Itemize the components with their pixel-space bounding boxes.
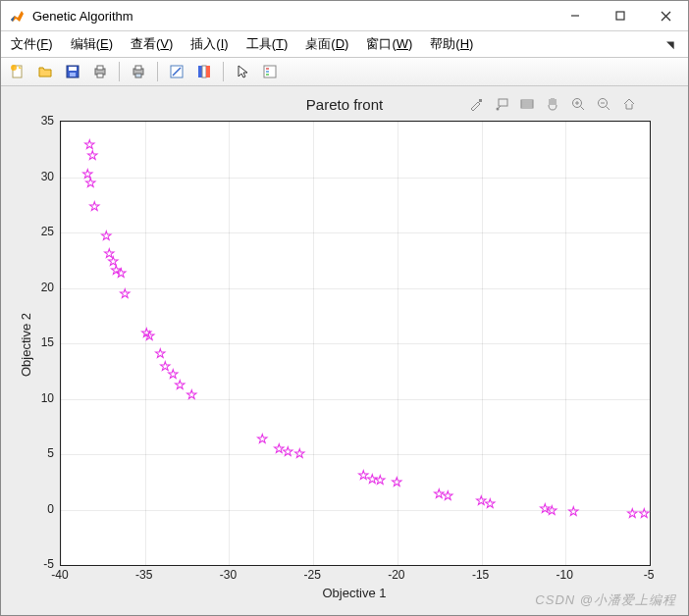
data-point: ☆ xyxy=(546,503,558,517)
window-title: Genetic Algorithm xyxy=(32,9,133,24)
axes-toolbar xyxy=(466,94,639,114)
watermark-text: CSDN @小潘爱上编程 xyxy=(535,591,676,609)
svg-rect-25 xyxy=(264,66,276,77)
new-file-icon[interactable] xyxy=(7,61,28,82)
brush-icon[interactable] xyxy=(466,94,486,114)
zoom-out-icon[interactable] xyxy=(594,94,613,114)
svg-marker-9 xyxy=(39,68,51,77)
x-tick-label: -25 xyxy=(303,568,320,582)
print-figure-icon[interactable] xyxy=(128,61,149,82)
svg-rect-23 xyxy=(206,66,210,77)
data-point: ☆ xyxy=(115,266,128,280)
data-point: ☆ xyxy=(86,148,99,162)
y-tick-label: 10 xyxy=(41,391,54,405)
datatip-icon[interactable] xyxy=(492,94,511,114)
data-point: ☆ xyxy=(88,199,101,213)
menu-edit[interactable]: 编辑(E) xyxy=(71,35,113,53)
maximize-button[interactable] xyxy=(598,1,643,30)
x-tick-label: -35 xyxy=(135,568,152,582)
svg-rect-3 xyxy=(616,12,624,20)
app-window: Genetic Algorithm 文件(F) 编辑(E) 查看(V) 插入(I… xyxy=(0,0,689,616)
y-tick-label: 35 xyxy=(41,114,54,128)
svg-line-38 xyxy=(581,107,585,111)
data-point: ☆ xyxy=(638,506,651,520)
data-point: ☆ xyxy=(84,176,97,189)
pan-constrained-icon[interactable] xyxy=(517,94,537,114)
link-icon[interactable] xyxy=(166,61,187,82)
matlab-icon xyxy=(9,8,25,24)
svg-rect-15 xyxy=(97,74,103,77)
data-point: ☆ xyxy=(100,229,113,242)
y-tick-label: 5 xyxy=(47,446,54,460)
svg-line-42 xyxy=(607,107,610,111)
svg-rect-22 xyxy=(202,66,206,77)
menu-view[interactable]: 查看(V) xyxy=(131,35,173,53)
y-tick-label: 30 xyxy=(41,170,54,183)
data-point: ☆ xyxy=(186,387,198,401)
menu-window[interactable]: 窗口(W) xyxy=(366,35,412,53)
data-point: ☆ xyxy=(374,473,387,487)
figure-toolbar xyxy=(1,57,688,86)
colorbar-icon[interactable] xyxy=(193,61,215,82)
menu-tools[interactable]: 工具(T) xyxy=(246,35,289,53)
menu-help[interactable]: 帮助(H) xyxy=(430,35,473,53)
y-tick-label: 20 xyxy=(41,281,54,294)
dock-controls-icon[interactable]: ◥ xyxy=(666,39,678,50)
y-tick-label: -5 xyxy=(43,557,54,571)
data-point: ☆ xyxy=(293,446,306,460)
svg-rect-14 xyxy=(97,66,103,70)
svg-rect-17 xyxy=(135,66,141,70)
x-axis-label: Objective 1 xyxy=(322,586,386,600)
minimize-button[interactable] xyxy=(553,1,598,30)
home-icon[interactable] xyxy=(619,94,639,114)
figure-canvas: Pareto front ☆☆☆☆☆☆☆☆☆☆☆☆☆☆☆☆☆☆☆☆☆☆☆☆☆☆☆… xyxy=(1,86,688,615)
svg-rect-21 xyxy=(198,66,202,77)
chart-axes[interactable]: ☆☆☆☆☆☆☆☆☆☆☆☆☆☆☆☆☆☆☆☆☆☆☆☆☆☆☆☆☆☆☆☆☆☆☆ xyxy=(60,121,651,566)
menu-insert[interactable]: 插入(I) xyxy=(190,35,228,53)
zoom-in-icon[interactable] xyxy=(568,94,588,114)
data-point: ☆ xyxy=(119,286,132,300)
svg-rect-29 xyxy=(479,99,482,102)
open-folder-icon[interactable] xyxy=(34,61,56,82)
x-tick-label: -10 xyxy=(556,568,573,582)
titlebar: Genetic Algorithm xyxy=(1,1,688,31)
svg-rect-18 xyxy=(135,74,141,77)
svg-point-8 xyxy=(11,65,17,71)
menu-desktop[interactable]: 桌面(D) xyxy=(305,35,348,53)
data-point: ☆ xyxy=(391,475,403,488)
svg-rect-11 xyxy=(69,67,77,71)
svg-rect-30 xyxy=(499,99,507,106)
pointer-icon[interactable] xyxy=(232,61,253,82)
y-axis-label: Objective 2 xyxy=(19,313,33,377)
x-tick-label: -5 xyxy=(644,568,655,582)
menu-file[interactable]: 文件(F) xyxy=(11,35,53,53)
data-point: ☆ xyxy=(567,504,580,518)
close-button[interactable] xyxy=(643,1,688,30)
x-tick-label: -15 xyxy=(472,568,489,582)
save-icon[interactable] xyxy=(62,61,83,82)
data-point: ☆ xyxy=(484,496,497,510)
svg-rect-12 xyxy=(70,73,76,77)
data-point: ☆ xyxy=(143,329,156,342)
data-point: ☆ xyxy=(256,432,269,445)
x-tick-label: -20 xyxy=(388,568,404,582)
y-tick-label: 0 xyxy=(47,502,54,516)
print-icon[interactable] xyxy=(89,61,111,82)
pan-icon[interactable] xyxy=(543,94,562,114)
x-tick-label: -30 xyxy=(220,568,237,582)
y-tick-label: 15 xyxy=(41,335,54,349)
y-tick-label: 25 xyxy=(41,225,54,238)
menubar: 文件(F) 编辑(E) 查看(V) 插入(I) 工具(T) 桌面(D) 窗口(W… xyxy=(1,31,688,57)
svg-marker-24 xyxy=(238,66,247,77)
insert-legend-icon[interactable] xyxy=(259,61,281,82)
data-point: ☆ xyxy=(442,488,454,502)
